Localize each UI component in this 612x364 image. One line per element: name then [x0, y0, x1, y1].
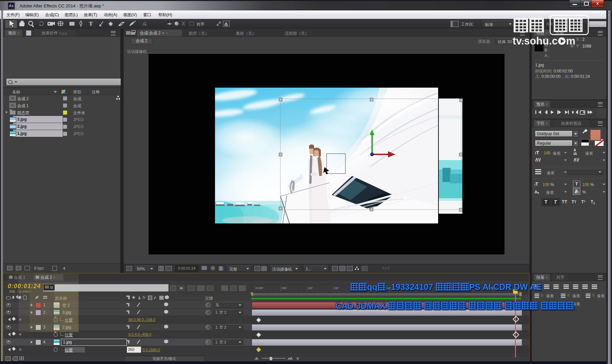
svg-text:T: T [89, 21, 93, 27]
